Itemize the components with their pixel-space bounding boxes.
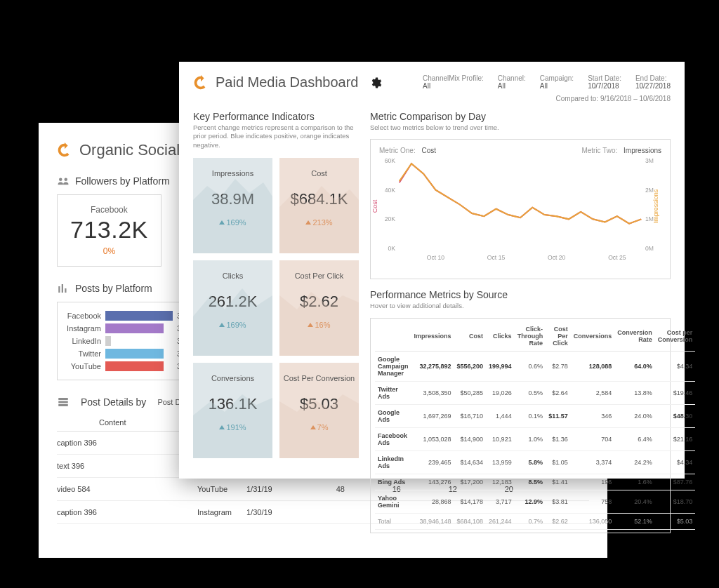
perf-row[interactable]: Google Ads1,697,269$16,7101,4440.1%$11.5…	[375, 404, 695, 427]
channelmix-logo-icon	[193, 75, 209, 91]
kpi-card-conversions[interactable]: Conversions136.1K191%	[193, 363, 272, 458]
perf-col-header: Conversions	[571, 321, 615, 352]
followers-value: 713.2K	[70, 216, 148, 243]
kpi-sparkline	[193, 363, 272, 458]
perf-cell: 3,374	[571, 450, 615, 474]
perf-row[interactable]: Facebook Ads1,053,028$14,90010,9211.0%$1…	[375, 427, 695, 450]
perf-cell: 28,868	[411, 490, 454, 513]
metric-two-value: Impressions	[624, 147, 661, 154]
filter-label: ChannelMix Profile:	[423, 74, 484, 82]
perf-cell: 12.9%	[515, 490, 546, 513]
followers-platform-label: Facebook	[70, 205, 148, 215]
perf-row[interactable]: Twitter Ads3,508,350$50,28519,0260.5%$2.…	[375, 381, 695, 404]
perf-cell: 1,053,028	[411, 427, 454, 450]
posts-bar-label: YouTube	[65, 362, 101, 370]
perf-cell: $2.78	[546, 351, 571, 381]
metric-comparison-chart[interactable]: Metric One: Cost Metric Two: Impressions…	[370, 139, 671, 279]
left-axis-label: Cost	[371, 200, 378, 213]
perf-cell: $17,200	[454, 474, 487, 490]
metric-two-selector[interactable]: Metric Two: Impressions	[581, 147, 661, 154]
perf-cell: 2,584	[571, 381, 615, 404]
perf-cell: 0.6%	[515, 351, 546, 381]
perf-row[interactable]: Yahoo Gemini28,868$14,1783,71712.9%$3.81…	[375, 490, 695, 513]
posts-bar-label: LinkedIn	[65, 337, 101, 345]
perf-cell: 196	[571, 474, 615, 490]
perf-cell: $684,108	[454, 513, 487, 529]
perf-col-header	[375, 321, 411, 352]
filter-value: 10/27/2018	[635, 82, 671, 90]
svg-text:Oct 10: Oct 10	[427, 254, 444, 261]
post-content: caption 396	[57, 508, 197, 516]
perf-row[interactable]: Bing Ads143,276$17,20012,1838.5%$1.41196…	[375, 474, 695, 490]
perf-cell: 6.4%	[614, 427, 655, 450]
perf-cell: $1.36	[546, 427, 571, 450]
perf-source: Bing Ads	[375, 474, 411, 490]
filter[interactable]: End Date:10/27/2018	[635, 74, 671, 90]
filter[interactable]: ChannelMix Profile:All	[423, 74, 484, 90]
perf-cell: 136,050	[571, 513, 615, 529]
post-details-label: Post Details by	[81, 396, 146, 408]
kpi-card-cost[interactable]: Cost$684.1K213%	[279, 158, 359, 253]
perf-cell: $3.81	[546, 490, 571, 513]
kpi-section-title: Key Performance Indicators	[193, 111, 359, 122]
right-axis-label: Impressions	[653, 189, 660, 224]
perf-cell: 0.7%	[515, 513, 546, 529]
perf-cell: $1.41	[546, 474, 571, 490]
filter[interactable]: Start Date:10/7/2018	[588, 74, 621, 90]
kpi-card-cost-per-click[interactable]: Cost Per Click$2.6216%	[279, 260, 359, 356]
perf-cell: $2.62	[546, 513, 571, 529]
perf-section-title: Performance Metrics by Source	[370, 289, 671, 300]
kpi-card-clicks[interactable]: Clicks261.2K169%	[193, 260, 272, 356]
filter-value: All	[423, 82, 484, 90]
perf-cell: 8.5%	[515, 474, 546, 490]
metric-section-sub: Select two metrics below to trend over t…	[370, 123, 671, 132]
svg-text:40K: 40K	[385, 187, 395, 194]
perf-cell: 13.8%	[614, 381, 655, 404]
kpi-sparkline	[279, 260, 359, 356]
filter[interactable]: Channel:All	[498, 74, 526, 90]
perf-total-row: Total38,946,148$684,108261,2440.7%$2.621…	[375, 513, 695, 529]
filter-value: All	[540, 82, 574, 90]
filter-label: End Date:	[635, 74, 671, 82]
metric-one-selector[interactable]: Metric One: Cost	[379, 147, 436, 154]
filter-label: Campaign:	[540, 74, 574, 82]
posts-by-platform-chart[interactable]: Facebook36Instagram31LinkedIn3Twitter31Y…	[57, 302, 197, 380]
metric-one-value: Cost	[421, 147, 436, 154]
perf-col-header: Click-Through Rate	[515, 321, 546, 352]
perf-cell: $5.03	[655, 513, 696, 529]
perf-cell: $48.30	[655, 404, 696, 427]
posts-bar-row: Twitter31	[65, 349, 190, 359]
perf-row[interactable]: LinkedIn Ads239,465$14,63413,9595.8%$1.0…	[375, 450, 695, 474]
perf-cell: 19,026	[486, 381, 515, 404]
posts-section-label: Posts by Platform	[75, 283, 152, 294]
people-icon	[57, 175, 70, 187]
paid-title: Paid Media Dashboard	[216, 74, 358, 91]
perf-cell: 143,276	[411, 474, 454, 490]
kpi-card-impressions[interactable]: Impressions38.9M169%	[193, 158, 272, 253]
table-icon	[57, 396, 70, 408]
perf-cell: 1,444	[486, 404, 515, 427]
post-content: video 584	[57, 485, 197, 493]
perf-cell: $4.34	[655, 450, 696, 474]
perf-cell: $14,634	[454, 450, 487, 474]
svg-text:20K: 20K	[385, 216, 395, 223]
filter[interactable]: Campaign:All	[540, 74, 574, 90]
posts-bar-row: LinkedIn3	[65, 336, 190, 346]
kpi-card-cost-per-conversion[interactable]: Cost Per Conversion$5.037%	[279, 363, 359, 458]
perf-cell: $14,900	[454, 427, 487, 450]
post-content: caption 396	[57, 439, 197, 447]
posts-bar	[105, 349, 164, 359]
perf-cell: 32,275,892	[411, 351, 454, 381]
gear-icon[interactable]	[369, 76, 382, 89]
kpi-sparkline	[193, 158, 272, 253]
bar-chart-icon	[57, 282, 70, 295]
posts-bar	[105, 311, 173, 321]
followers-facebook-card[interactable]: Facebook 713.2K 0%	[57, 194, 161, 267]
compared-to-label: Compared to: 9/16/2018 – 10/6/2018	[193, 95, 671, 102]
perf-row[interactable]: Google Campaign Manager32,275,892$556,20…	[375, 351, 695, 381]
perf-cell: 199,994	[486, 351, 515, 381]
perf-cell: 24.0%	[614, 404, 655, 427]
perf-col-header: Impressions	[411, 321, 454, 352]
performance-table-box[interactable]: ImpressionsCostClicksClick-Through RateC…	[370, 318, 671, 533]
perf-cell: $14,178	[454, 490, 487, 513]
